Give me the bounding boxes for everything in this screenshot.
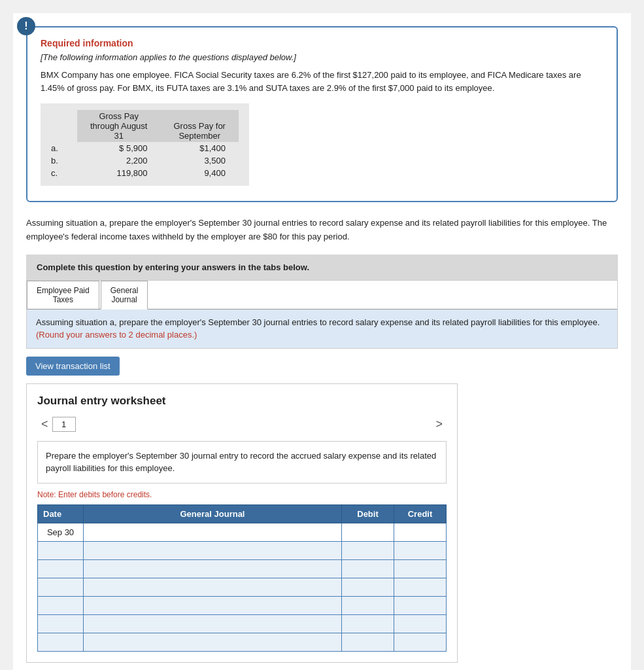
- tab-general-journal[interactable]: GeneralJournal: [101, 281, 148, 309]
- credit-cell[interactable]: [394, 633, 447, 651]
- debit-cell[interactable]: [342, 578, 394, 596]
- round-note: (Round your answers to 2 decimal places.…: [36, 330, 197, 340]
- info-body: BMX Company has one employee. FICA Socia…: [41, 69, 603, 94]
- next-page-button[interactable]: >: [432, 417, 447, 431]
- credit-cell[interactable]: [394, 559, 447, 578]
- col-header-1: Gross Paythrough August31: [77, 110, 160, 142]
- data-table: Gross Paythrough August31 Gross Pay forS…: [51, 110, 239, 179]
- credit-cell[interactable]: [394, 596, 447, 614]
- date-cell[interactable]: Sep 30: [38, 523, 84, 541]
- instruction-text: Assuming situation a, prepare the employ…: [26, 217, 618, 244]
- date-cell[interactable]: [38, 541, 84, 559]
- table-row: c. 119,800 9,400: [51, 167, 239, 179]
- date-cell[interactable]: [38, 614, 84, 633]
- table-row: a. $ 5,900 $1,400: [51, 142, 239, 154]
- tabs-bar: Employee PaidTaxes GeneralJournal: [27, 281, 617, 309]
- inner-table-wrapper: Gross Paythrough August31 Gross Pay forS…: [41, 103, 249, 186]
- row-label: b.: [51, 154, 77, 167]
- date-cell[interactable]: [38, 596, 84, 614]
- debit-cell[interactable]: [342, 559, 394, 578]
- journal-cell[interactable]: [84, 578, 342, 596]
- th-general-journal: General Journal: [84, 504, 342, 523]
- journal-table: Date General Journal Debit Credit Sep 30: [37, 504, 447, 652]
- description-text: Prepare the employer's September 30 jour…: [46, 451, 436, 474]
- page-container: ! Required information [The following in…: [13, 13, 631, 670]
- credit-cell[interactable]: [394, 578, 447, 596]
- journal-cell[interactable]: [84, 596, 342, 614]
- date-cell[interactable]: [38, 559, 84, 578]
- debit-cell[interactable]: [342, 614, 394, 633]
- debit-cell[interactable]: [342, 596, 394, 614]
- table-row: [38, 614, 447, 633]
- worksheet-title: Journal entry worksheet: [37, 395, 447, 408]
- row-col2: 3,500: [160, 154, 238, 167]
- th-date: Date: [38, 504, 84, 523]
- description-box: Prepare the employer's September 30 jour…: [37, 441, 447, 484]
- table-row: b. 2,200 3,500: [51, 154, 239, 167]
- page-number: 1: [52, 417, 76, 432]
- info-title: Required information: [41, 38, 603, 48]
- nav-row: < 1 >: [37, 417, 447, 432]
- row-col1: $ 5,900: [77, 142, 160, 154]
- credit-cell[interactable]: [394, 614, 447, 633]
- tab-content-text: Assuming situation a, prepare the employ…: [36, 317, 600, 327]
- row-col2: 9,400: [160, 167, 238, 179]
- table-row: [38, 559, 447, 578]
- th-debit: Debit: [342, 504, 394, 523]
- date-cell[interactable]: [38, 633, 84, 651]
- table-row: [38, 596, 447, 614]
- debit-cell[interactable]: [342, 541, 394, 559]
- row-col1: 119,800: [77, 167, 160, 179]
- journal-cell[interactable]: [84, 541, 342, 559]
- row-col2: $1,400: [160, 142, 238, 154]
- journal-cell[interactable]: [84, 633, 342, 651]
- info-icon: !: [17, 17, 35, 35]
- th-credit: Credit: [394, 504, 447, 523]
- credit-cell[interactable]: [394, 523, 447, 541]
- table-row: [38, 633, 447, 651]
- info-subtitle: [The following information applies to th…: [41, 52, 603, 62]
- complete-text: Complete this question by entering your …: [37, 262, 309, 272]
- info-box: ! Required information [The following in…: [26, 26, 618, 202]
- debit-cell[interactable]: [342, 633, 394, 651]
- worksheet-box: Journal entry worksheet < 1 > Prepare th…: [26, 383, 458, 663]
- note-text: Note: Enter debits before credits.: [37, 490, 447, 499]
- journal-cell[interactable]: [84, 523, 342, 541]
- table-row: [38, 578, 447, 596]
- row-col1: 2,200: [77, 154, 160, 167]
- tabs-container: Employee PaidTaxes GeneralJournal Assumi…: [26, 280, 618, 349]
- credit-cell[interactable]: [394, 541, 447, 559]
- complete-box: Complete this question by entering your …: [26, 255, 618, 280]
- table-row: Sep 30: [38, 523, 447, 541]
- table-row: [38, 541, 447, 559]
- debit-cell[interactable]: [342, 523, 394, 541]
- prev-page-button[interactable]: <: [37, 417, 52, 431]
- tab-employee-taxes[interactable]: Employee PaidTaxes: [27, 281, 99, 309]
- journal-cell[interactable]: [84, 559, 342, 578]
- row-label: a.: [51, 142, 77, 154]
- row-label: c.: [51, 167, 77, 179]
- journal-cell[interactable]: [84, 614, 342, 633]
- tab-content: Assuming situation a, prepare the employ…: [27, 309, 617, 348]
- date-cell[interactable]: [38, 578, 84, 596]
- view-transaction-list-button[interactable]: View transaction list: [26, 357, 120, 376]
- col-header-2: Gross Pay forSeptember: [160, 110, 238, 142]
